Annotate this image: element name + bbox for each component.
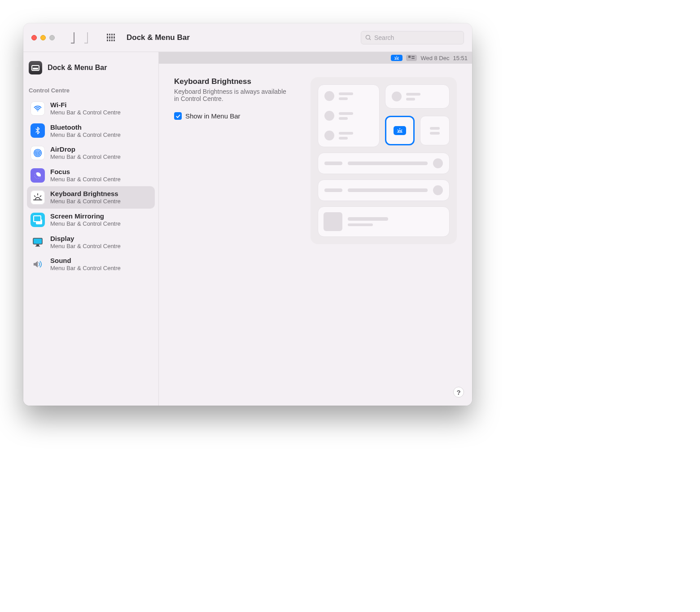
svg-rect-13 bbox=[35, 246, 40, 247]
window-toolbar: Dock & Menu Bar bbox=[23, 23, 472, 52]
display-icon bbox=[31, 235, 45, 249]
menubar-preview: Wed 8 Dec 15:51 bbox=[159, 52, 472, 64]
keyboard-brightness-icon bbox=[31, 190, 45, 205]
svg-rect-12 bbox=[36, 245, 39, 246]
menubar-preview-time: 15:51 bbox=[453, 55, 468, 61]
window-controls bbox=[31, 35, 55, 40]
sidebar-item-label: Focus bbox=[50, 168, 121, 176]
svg-line-15 bbox=[395, 57, 395, 58]
menubar-preview-control-centre-icon bbox=[406, 55, 417, 61]
bluetooth-icon bbox=[31, 123, 45, 138]
sidebar-item-subtitle: Menu Bar & Control Centre bbox=[50, 176, 121, 183]
back-button[interactable] bbox=[71, 34, 74, 42]
sidebar-item-wifi[interactable]: Wi-Fi Menu Bar & Control Centre bbox=[27, 97, 155, 120]
checkbox-box bbox=[174, 112, 182, 120]
sidebar-item-subtitle: Menu Bar & Control Centre bbox=[50, 109, 121, 116]
wifi-icon bbox=[31, 101, 45, 116]
sidebar-item-subtitle: Menu Bar & Control Centre bbox=[50, 198, 121, 205]
menubar-preview-date: Wed 8 Dec bbox=[420, 55, 449, 61]
sidebar-item-dock-menubar[interactable]: Dock & Menu Bar bbox=[27, 61, 155, 83]
sidebar-item-label: Keyboard Brightness bbox=[50, 190, 121, 198]
content-pane: Wed 8 Dec 15:51 Keyboard Brightness Keyb… bbox=[159, 52, 472, 406]
sidebar-item-bluetooth[interactable]: Bluetooth Menu Bar & Control Centre bbox=[27, 120, 155, 142]
svg-line-16 bbox=[398, 57, 398, 58]
sidebar-section-control-centre: Control Centre bbox=[27, 83, 155, 97]
cc-preview-slider-1 bbox=[318, 153, 450, 174]
sidebar-item-subtitle: Menu Bar & Control Centre bbox=[50, 265, 121, 272]
forward-button[interactable] bbox=[84, 34, 88, 42]
svg-point-0 bbox=[366, 35, 370, 39]
sidebar: Dock & Menu Bar Control Centre Wi-Fi Men… bbox=[23, 52, 159, 406]
cc-preview-generic-tile bbox=[420, 116, 450, 145]
sound-icon bbox=[31, 257, 45, 271]
pane-description: Keyboard Brightness is always available … bbox=[174, 88, 286, 102]
sidebar-item-label: Wi-Fi bbox=[50, 101, 121, 109]
sidebar-item-sound[interactable]: Sound Menu Bar & Control Centre bbox=[27, 253, 155, 275]
svg-line-8 bbox=[35, 196, 35, 197]
show-all-preferences-button[interactable] bbox=[107, 34, 115, 42]
sidebar-item-keyboard-brightness[interactable]: Keyboard Brightness Menu Bar & Control C… bbox=[27, 186, 155, 209]
sidebar-item-subtitle: Menu Bar & Control Centre bbox=[50, 153, 121, 161]
system-preferences-window: Dock & Menu Bar Dock & Menu Bar Control … bbox=[23, 23, 472, 406]
zoom-window-button[interactable] bbox=[49, 35, 55, 40]
dock-menubar-icon bbox=[29, 61, 42, 74]
svg-line-19 bbox=[398, 130, 398, 130]
focus-icon bbox=[31, 168, 45, 183]
search-field[interactable] bbox=[361, 31, 464, 44]
screen-mirroring-icon bbox=[31, 213, 45, 227]
sidebar-item-screen-mirroring[interactable]: Screen Mirroring Menu Bar & Control Cent… bbox=[27, 209, 155, 231]
cc-preview-tile-left bbox=[318, 84, 380, 147]
sidebar-item-label: AirDrop bbox=[50, 145, 121, 153]
window-title: Dock & Menu Bar bbox=[127, 33, 190, 42]
close-window-button[interactable] bbox=[31, 35, 37, 40]
svg-point-2 bbox=[37, 110, 38, 111]
sidebar-item-display[interactable]: Display Menu Bar & Control Centre bbox=[27, 231, 155, 254]
cc-preview-now-playing bbox=[318, 206, 450, 237]
cc-preview-tile-top-right bbox=[385, 84, 450, 109]
minimize-window-button[interactable] bbox=[40, 35, 46, 40]
window-body: Dock & Menu Bar Control Centre Wi-Fi Men… bbox=[23, 52, 472, 406]
cc-preview-keyboard-brightness-tile bbox=[385, 116, 415, 145]
sidebar-item-label: Screen Mirroring bbox=[50, 212, 121, 220]
svg-rect-11 bbox=[33, 238, 42, 244]
cc-preview-tile-pair bbox=[385, 116, 450, 147]
sidebar-item-subtitle: Menu Bar & Control Centre bbox=[50, 131, 121, 139]
sidebar-item-label: Bluetooth bbox=[50, 123, 121, 131]
svg-line-20 bbox=[402, 130, 402, 130]
sidebar-item-label: Sound bbox=[50, 257, 121, 265]
check-icon bbox=[175, 114, 181, 119]
sidebar-item-label: Display bbox=[50, 235, 121, 243]
svg-line-1 bbox=[369, 39, 371, 40]
svg-line-9 bbox=[40, 196, 41, 197]
control-centre-preview bbox=[311, 77, 457, 244]
cc-preview-slider-2 bbox=[318, 179, 450, 201]
sidebar-top-label: Dock & Menu Bar bbox=[48, 64, 107, 72]
help-button[interactable]: ? bbox=[453, 387, 464, 398]
pane-title: Keyboard Brightness bbox=[174, 77, 300, 86]
search-input[interactable] bbox=[374, 34, 460, 41]
svg-point-6 bbox=[37, 153, 38, 153]
sidebar-item-subtitle: Menu Bar & Control Centre bbox=[50, 243, 121, 250]
sidebar-item-focus[interactable]: Focus Menu Bar & Control Centre bbox=[27, 164, 155, 187]
menubar-preview-keyboard-brightness-icon bbox=[391, 55, 402, 61]
nav-buttons bbox=[71, 34, 88, 42]
sidebar-item-subtitle: Menu Bar & Control Centre bbox=[50, 220, 121, 227]
search-icon bbox=[365, 34, 372, 41]
checkbox-label: Show in Menu Bar bbox=[185, 112, 241, 120]
show-in-menubar-checkbox[interactable]: Show in Menu Bar bbox=[174, 112, 300, 120]
airdrop-icon bbox=[31, 146, 45, 160]
sidebar-item-airdrop[interactable]: AirDrop Menu Bar & Control Centre bbox=[27, 142, 155, 164]
